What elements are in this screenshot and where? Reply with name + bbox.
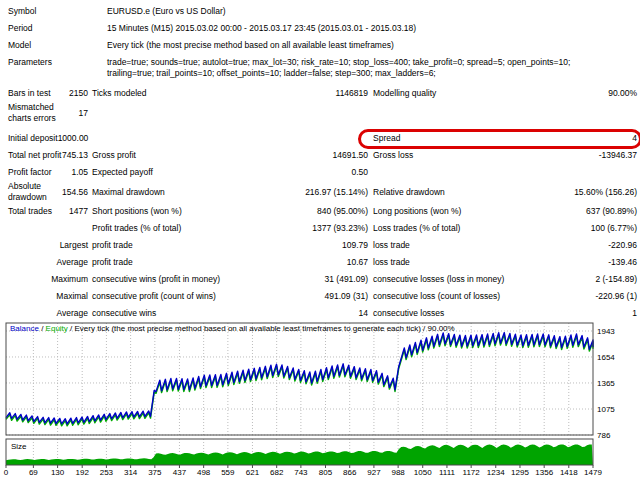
stat-value: 1146819 bbox=[336, 88, 368, 99]
stat-value: 637 (90.89%) bbox=[586, 206, 637, 217]
stat-cell: consecutive wins14 bbox=[92, 308, 368, 319]
stat-label: profit trade bbox=[92, 240, 133, 251]
x-axis-label: 1418 bbox=[560, 468, 578, 477]
stat-label: Maximal drawdown bbox=[92, 187, 165, 198]
stat-value: 10.67 bbox=[347, 257, 368, 268]
x-axis-label: 253 bbox=[100, 468, 114, 477]
stat-row: Mismatched charts errors17 bbox=[8, 102, 637, 124]
x-axis-label: 498 bbox=[197, 468, 211, 477]
model-label: Model bbox=[8, 40, 107, 51]
stat-label: Mismatched charts errors bbox=[8, 102, 62, 124]
stat-cell: Maximal drawdown216.97 (15.14%) bbox=[92, 187, 368, 198]
y-axis-label: 1365 bbox=[597, 379, 615, 388]
stat-value: 840 (95.00%) bbox=[317, 206, 368, 217]
stat-row: Profit trades (% of total)1377 (93.23%)L… bbox=[8, 220, 637, 237]
stat-cell: Absolute drawdown154.56 bbox=[8, 181, 88, 203]
stat-label: consecutive losses (loss in money) bbox=[373, 274, 504, 285]
stat-label: Initial deposit bbox=[8, 133, 58, 144]
stat-label: consecutive wins bbox=[92, 308, 156, 319]
x-axis-label: 192 bbox=[76, 468, 90, 477]
x-axis-label: 866 bbox=[343, 468, 357, 477]
stat-cell: Profit trades (% of total)1377 (93.23%) bbox=[92, 223, 368, 234]
stat-label: Short positions (won %) bbox=[92, 206, 182, 217]
stat-cell: profit trade109.79 bbox=[92, 240, 368, 251]
x-axis-label: 314 bbox=[124, 468, 138, 477]
stat-value: 1477 bbox=[69, 206, 88, 217]
stat-row: Absolute drawdown154.56Maximal drawdown2… bbox=[8, 181, 637, 203]
y-axis-label: 1943 bbox=[597, 327, 615, 336]
stat-value: 2 (-154.89) bbox=[595, 274, 637, 285]
stat-label: Bars in test bbox=[8, 88, 51, 99]
stat-value: Maximal bbox=[56, 291, 88, 302]
stat-cell: Expected payoff0.50 bbox=[92, 167, 368, 178]
x-axis-label: 682 bbox=[270, 468, 284, 477]
x-axis-label: 743 bbox=[294, 468, 308, 477]
stat-cell: Gross profit14691.50 bbox=[92, 150, 368, 161]
symbol-row: Symbol EURUSD.e (Euro vs US Dollar) bbox=[8, 6, 637, 17]
stat-cell: Loss trades (% of total)100 (6.77%) bbox=[373, 223, 637, 234]
stat-cell: Gross loss-13946.37 bbox=[373, 150, 637, 161]
strategy-tester-report-page: { "colors": { "highlight_red": "#db0202"… bbox=[0, 0, 640, 480]
stat-value: 0.50 bbox=[351, 167, 368, 178]
stat-value: 1.05 bbox=[71, 167, 88, 178]
stat-cell: loss trade-220.96 bbox=[373, 240, 637, 251]
stat-value: 17 bbox=[79, 108, 88, 119]
stat-value: 14691.50 bbox=[333, 150, 368, 161]
x-axis-label: 1295 bbox=[511, 468, 529, 477]
stat-value: 4 bbox=[632, 133, 637, 144]
stat-label: Long positions (won %) bbox=[373, 206, 461, 217]
parameters-label: Parameters bbox=[8, 57, 107, 79]
symbol-value: EURUSD.e (Euro vs US Dollar) bbox=[107, 6, 637, 17]
stat-value: Average bbox=[56, 308, 88, 319]
period-label: Period bbox=[8, 23, 107, 34]
stat-cell: profit trade10.67 bbox=[92, 257, 368, 268]
stat-value: 154.56 bbox=[62, 187, 88, 198]
x-axis-label: 1050 bbox=[414, 468, 432, 477]
stat-value: 31 (491.09) bbox=[325, 274, 368, 285]
stat-value: 1000.00 bbox=[58, 133, 89, 144]
stat-cell: Average bbox=[8, 257, 88, 268]
stat-row: Initial deposit1000.00Spread4 bbox=[8, 130, 637, 147]
stat-row: Largestprofit trade109.79loss trade-220.… bbox=[8, 237, 637, 254]
results-graph: 1943165413651075786069130192253314375437… bbox=[0, 320, 640, 480]
stat-value: 1 bbox=[632, 308, 637, 319]
stat-cell: Mismatched charts errors17 bbox=[8, 102, 88, 124]
model-value: Every tick (the most precise method base… bbox=[107, 40, 637, 51]
y-axis-label: 786 bbox=[597, 431, 611, 440]
stat-value: 491.09 (31) bbox=[325, 291, 368, 302]
stat-cell: Ticks modeled1146819 bbox=[92, 88, 368, 99]
stat-cell: Total trades1477 bbox=[8, 206, 88, 217]
x-axis-label: 437 bbox=[173, 468, 187, 477]
x-axis-label: 988 bbox=[391, 468, 405, 477]
stat-label: consecutive wins (profit in money) bbox=[92, 274, 220, 285]
stat-row: Maximumconsecutive wins (profit in money… bbox=[8, 271, 637, 288]
stat-value: 14 bbox=[359, 308, 368, 319]
stat-cell: Maximum bbox=[8, 274, 88, 285]
parameters-line-2: trailing=true; trail_points=10; offset_p… bbox=[107, 68, 637, 79]
legend-equity: Equity bbox=[46, 324, 68, 333]
stat-value: 2150 bbox=[69, 88, 88, 99]
stat-cell: consecutive profit (count of wins)491.09… bbox=[92, 291, 368, 302]
stat-label: Expected payoff bbox=[92, 167, 153, 178]
stat-cell: consecutive losses (loss in money)2 (-15… bbox=[373, 274, 637, 285]
stat-cell: Relative drawdown15.60% (156.26) bbox=[373, 187, 637, 198]
x-axis-label: 559 bbox=[221, 468, 235, 477]
stat-cell: Spread4 bbox=[373, 133, 637, 144]
x-axis-label: 1172 bbox=[463, 468, 481, 477]
stat-row: Total trades1477Short positions (won %)8… bbox=[8, 203, 637, 220]
parameters-line-1: trade=true; sounds=true; autolot=true; m… bbox=[107, 57, 637, 68]
stat-cell: Profit factor1.05 bbox=[8, 167, 88, 178]
x-axis-label: 0 bbox=[4, 468, 9, 477]
legend-rest: / Every tick (the most precise method ba… bbox=[68, 324, 455, 333]
stat-value: 100 (6.77%) bbox=[591, 223, 637, 234]
x-axis-label: 69 bbox=[29, 468, 38, 477]
stat-cell: Initial deposit1000.00 bbox=[8, 133, 88, 144]
stat-value: 90.00% bbox=[608, 88, 637, 99]
stat-cell: Short positions (won %)840 (95.00%) bbox=[92, 206, 368, 217]
model-row: Model Every tick (the most precise metho… bbox=[8, 40, 637, 51]
stat-label: consecutive losses bbox=[373, 308, 444, 319]
x-axis-label: 1356 bbox=[535, 468, 553, 477]
stat-row: Profit factor1.05Expected payoff0.50 bbox=[8, 164, 637, 181]
stat-label: Gross loss bbox=[373, 150, 413, 161]
stat-label: consecutive profit (count of wins) bbox=[92, 291, 216, 302]
